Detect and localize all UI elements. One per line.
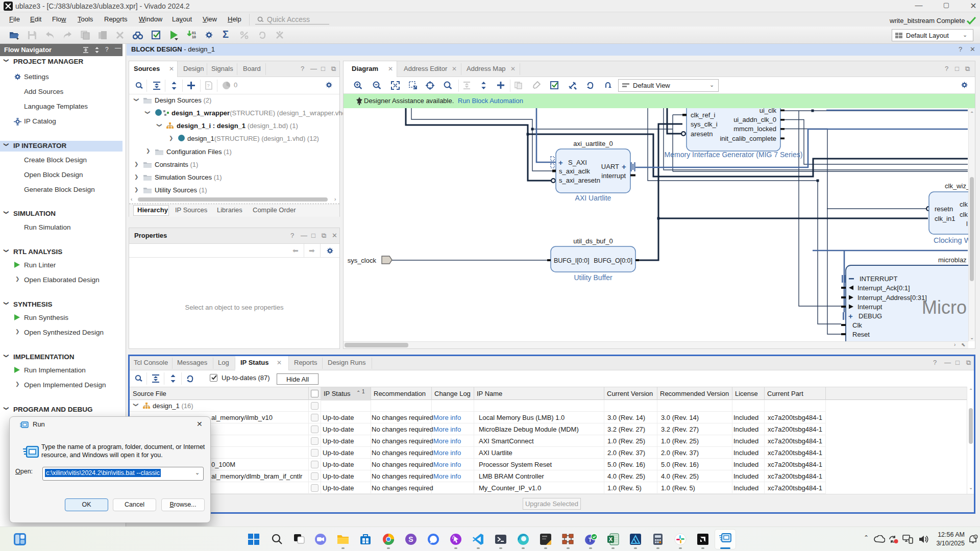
svg-text:resetn: resetn: [935, 205, 953, 213]
svg-text:BUFG_O[0:0]: BUFG_O[0:0]: [594, 257, 632, 264]
svg-text:init_calib_complete: init_calib_complete: [720, 135, 776, 142]
svg-text:INTERRUPT: INTERRUPT: [860, 275, 897, 283]
svg-text:S: S: [408, 535, 413, 543]
svg-text:BUFG_I[0:0]: BUFG_I[0:0]: [554, 257, 589, 264]
svg-text:clk_in1: clk_in1: [935, 215, 955, 222]
svg-text:+: +: [622, 162, 626, 171]
svg-text:s_axi_aresetn: s_axi_aresetn: [559, 177, 600, 184]
svg-text:clk_ref_i: clk_ref_i: [691, 111, 716, 119]
svg-text:UART: UART: [601, 163, 619, 170]
svg-text:+: +: [558, 158, 563, 167]
svg-text:Interrupt_Address[0:31]: Interrupt_Address[0:31]: [857, 294, 927, 302]
svg-text:10: 10: [192, 35, 196, 39]
svg-text:DEBUG: DEBUG: [859, 312, 882, 320]
svg-text:?: ?: [207, 83, 210, 88]
svg-text:Memory Interface Generator (MI: Memory Interface Generator (MIG 7 Series…: [665, 151, 803, 159]
svg-text:Clk: Clk: [852, 321, 862, 329]
svg-text:01: 01: [192, 31, 196, 35]
svg-text:Micro: Micro: [922, 297, 967, 318]
svg-text:X: X: [609, 536, 613, 542]
svg-text:ui_addn_clk_0: ui_addn_clk_0: [733, 116, 776, 123]
svg-text:mmcm_locked: mmcm_locked: [733, 125, 776, 133]
svg-text:clk_wiz_: clk_wiz_: [945, 182, 968, 190]
svg-text:util_ds_buf_0: util_ds_buf_0: [573, 237, 612, 245]
svg-text:aresetn: aresetn: [691, 130, 713, 138]
svg-text:AXI Uartlite: AXI Uartlite: [575, 194, 611, 202]
svg-text:axi_uartlite_0: axi_uartlite_0: [573, 140, 612, 147]
svg-text:interrupt: interrupt: [601, 172, 626, 180]
svg-text:Reset: Reset: [852, 331, 870, 338]
svg-text:Interrupt: Interrupt: [857, 303, 883, 311]
svg-text:S_AXI: S_AXI: [568, 159, 587, 166]
svg-text:sys_clk_i: sys_clk_i: [691, 120, 718, 128]
svg-text:s_axi_aclk: s_axi_aclk: [559, 167, 590, 175]
svg-text:clk: clk: [960, 211, 968, 218]
svg-text:+: +: [848, 312, 853, 320]
svg-text:microblaz: microblaz: [938, 256, 967, 264]
svg-text:Utility Buffer: Utility Buffer: [574, 273, 612, 282]
svg-text:Interrupt_Ack[0:1]: Interrupt_Ack[0:1]: [857, 284, 910, 292]
svg-text:l: l: [966, 220, 968, 228]
svg-text:sys_clock: sys_clock: [348, 257, 377, 264]
svg-text:Clocking W: Clocking W: [934, 236, 968, 244]
svg-text:clk: clk: [960, 201, 968, 208]
svg-text:ui_clk: ui_clk: [760, 108, 777, 114]
